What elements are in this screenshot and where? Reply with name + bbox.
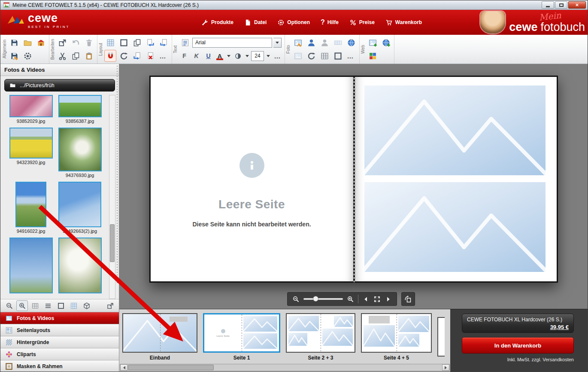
share-button[interactable] xyxy=(56,37,68,49)
view-frame-button[interactable] xyxy=(55,300,67,311)
bold-button[interactable]: F xyxy=(179,51,190,61)
previous-page-button[interactable] xyxy=(362,296,370,303)
font-color-dropdown-button[interactable] xyxy=(226,51,231,61)
photo-thumb[interactable]: 94916022.jpg xyxy=(6,182,55,234)
menu-datei[interactable]: Datei xyxy=(244,19,267,26)
page-thumb-seite-1[interactable]: Leere Seite Seite 1 xyxy=(203,313,280,361)
color-management-button[interactable] xyxy=(367,50,379,62)
menu-optionen[interactable]: Optionen xyxy=(277,19,310,26)
rotate-photo-button[interactable] xyxy=(305,50,317,62)
undo-button[interactable] xyxy=(70,37,82,49)
photo-placeholder[interactable] xyxy=(364,182,546,272)
scrollbar-thumb[interactable] xyxy=(128,365,214,370)
edit-photo-button[interactable] xyxy=(292,37,304,49)
page-thumb-partial[interactable] xyxy=(437,317,445,357)
cut-button[interactable] xyxy=(56,50,68,62)
import-photos-button[interactable] xyxy=(104,300,116,311)
minimize-button[interactable] xyxy=(542,1,554,9)
right-page[interactable] xyxy=(355,77,557,281)
zoom-out-button[interactable] xyxy=(292,296,300,303)
rotate-view-button[interactable] xyxy=(401,292,415,306)
order-button[interactable] xyxy=(35,37,47,49)
page-thumb-einband[interactable]: Einband xyxy=(122,313,197,361)
close-button[interactable] xyxy=(568,1,586,9)
photo-thumb[interactable]: 94323920.jpg xyxy=(6,128,55,165)
photo-thumb[interactable]: 93856387.jpg xyxy=(55,95,104,124)
add-text-button[interactable] xyxy=(179,37,191,49)
cube-view-button[interactable] xyxy=(81,300,92,311)
italic-button[interactable]: K xyxy=(191,51,202,61)
person-search-button[interactable] xyxy=(318,37,330,49)
photo-thumb[interactable] xyxy=(6,238,55,293)
photo-thumb[interactable]: 94376930.jpg xyxy=(55,128,104,178)
settings-button[interactable] xyxy=(21,50,33,62)
move-page-button[interactable] xyxy=(131,50,143,62)
grid-button[interactable] xyxy=(104,37,116,49)
underline-button[interactable]: U xyxy=(203,51,214,61)
fit-page-button[interactable] xyxy=(373,296,381,303)
zoom-slider-handle[interactable] xyxy=(313,296,318,302)
collage-button[interactable] xyxy=(318,50,330,62)
save-button[interactable] xyxy=(8,37,20,49)
next-page-button[interactable] xyxy=(385,296,392,303)
sidebar-tab-hintergruende[interactable]: Hintergründe xyxy=(0,336,119,348)
foto-more-button[interactable]: … xyxy=(345,50,355,62)
panorama-button[interactable] xyxy=(332,37,344,49)
photo-grid-scrollbar[interactable] xyxy=(109,95,115,299)
thumb-zoom-out-button[interactable] xyxy=(3,300,15,311)
photo-placeholder[interactable] xyxy=(364,85,546,175)
add-page-before-button[interactable] xyxy=(144,37,156,49)
photo-thumb[interactable]: 95492663(2).jpg xyxy=(55,182,104,234)
scrollbar-thumb[interactable] xyxy=(110,224,115,262)
paste-button[interactable] xyxy=(83,50,95,62)
text-more-button[interactable]: … xyxy=(272,50,282,62)
font-size-dropdown-button[interactable] xyxy=(265,51,271,61)
font-color-button[interactable]: A xyxy=(215,51,224,61)
sidebar-tab-masken-rahmen[interactable]: Masken & Rahmen xyxy=(0,360,119,372)
opacity-button[interactable] xyxy=(233,50,243,62)
add-page-after-button[interactable] xyxy=(158,37,170,49)
snap-magnet-button[interactable] xyxy=(104,50,116,62)
sidebar-tab-fotos-videos[interactable]: Fotos & Videos xyxy=(0,312,119,324)
delete-button[interactable] xyxy=(83,37,95,49)
photo-effects-button[interactable] xyxy=(292,50,304,62)
layout-more-button[interactable]: … xyxy=(158,50,168,62)
font-family-select[interactable]: Arial xyxy=(192,38,272,48)
menu-hilfe[interactable]: ? Hilfe xyxy=(321,18,339,26)
person-tag-button[interactable] xyxy=(305,37,317,49)
web-globe-button[interactable] xyxy=(380,37,392,49)
rotate-page-button[interactable] xyxy=(118,50,130,62)
delete-page-button[interactable] xyxy=(144,50,156,62)
save-as-button[interactable] xyxy=(8,50,20,62)
spread-view-button[interactable] xyxy=(131,37,143,49)
menu-warenkorb[interactable]: Warenkorb xyxy=(385,19,422,26)
folder-select-button[interactable]: .../Pictures/früh xyxy=(4,79,115,91)
view-list-button[interactable] xyxy=(42,300,54,311)
view-grid-button[interactable] xyxy=(68,300,79,311)
open-photos-button[interactable] xyxy=(21,37,33,49)
view-columns-button[interactable] xyxy=(29,300,41,311)
pagestrip-scrollbar[interactable] xyxy=(120,364,450,371)
zoom-in-button[interactable] xyxy=(347,296,354,303)
font-family-dropdown-button[interactable] xyxy=(273,38,282,48)
photo-frame-button[interactable] xyxy=(332,50,344,62)
font-size-select[interactable]: 24 xyxy=(251,51,264,61)
scroll-right-button[interactable] xyxy=(442,364,449,371)
menu-preise[interactable]: Preise xyxy=(349,19,375,26)
scroll-left-button[interactable] xyxy=(120,364,127,371)
web-upload-button[interactable] xyxy=(367,37,379,49)
sidebar-tab-cliparts[interactable]: Cliparts xyxy=(0,348,119,360)
photo-thumb[interactable] xyxy=(55,238,104,293)
sidebar-tab-seitenlayouts[interactable]: Seitenlayouts xyxy=(0,324,119,336)
menu-produkte[interactable]: Produkte xyxy=(201,19,233,26)
opacity-dropdown-button[interactable] xyxy=(244,51,250,61)
zoom-slider[interactable] xyxy=(303,298,343,300)
maximize-button[interactable] xyxy=(555,1,567,9)
guides-button[interactable] xyxy=(118,37,130,49)
add-to-cart-button[interactable]: In den Warenkorb xyxy=(462,337,574,354)
copy-button[interactable] xyxy=(70,50,82,62)
page-thumb-seite-2-3[interactable]: Seite 2 + 3 xyxy=(286,313,355,361)
internet-photos-button[interactable] xyxy=(345,37,357,49)
thumb-zoom-in-button[interactable] xyxy=(16,300,28,311)
photo-thumb[interactable]: 93852029.jpg xyxy=(6,95,55,124)
